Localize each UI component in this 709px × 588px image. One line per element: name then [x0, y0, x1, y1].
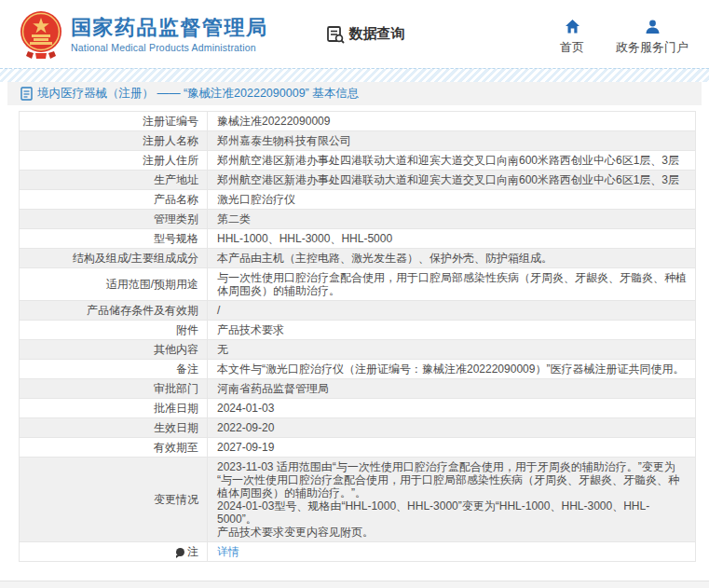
breadcrumb-bar: 境内医疗器械（注册） —— “豫械注准20222090009” 基本信息: [7, 82, 702, 105]
table-row: 管理类别第二类: [20, 210, 695, 229]
row-label: 生产地址: [20, 171, 208, 189]
row-value: 详情: [208, 542, 695, 561]
row-value: 本产品由主机（主控电路、激光发生器）、保护外壳、防护箱组成。: [208, 249, 695, 267]
row-value: 豫械注准20222090009: [208, 112, 695, 130]
table-row: 生效日期2022-09-20: [20, 418, 695, 438]
change-line: 2024-01-03型号、规格由“HHL-1000、HHL-3000”变更为“H…: [217, 499, 688, 526]
table-row: 审批部门河南省药品监督管理局: [20, 379, 695, 399]
row-value: 无: [208, 340, 695, 359]
change-line: 产品技术要求变更内容见附页。: [217, 526, 688, 539]
row-value: 激光口腔治疗仪: [208, 190, 695, 209]
detail-link[interactable]: 详情: [217, 544, 239, 560]
row-value: HHL-1000、HHL-3000、HHL-5000: [208, 229, 695, 248]
china-national-emblem-icon: [19, 10, 63, 59]
table-row: 批准日期2024-01-03: [20, 399, 695, 418]
row-label: 注册证编号: [20, 112, 208, 130]
row-label: 管理类别: [20, 210, 208, 228]
table-row: 适用范围/预期用途与一次性使用口腔治疗盒配合使用，用于口腔局部感染性疾病（牙周炎…: [20, 268, 695, 301]
row-label: 批准日期: [20, 399, 208, 417]
row-value: 河南省药品监督管理局: [208, 379, 695, 398]
row-label: 有效期至: [20, 438, 208, 457]
row-label: 结构及组成/主要组成成分: [20, 249, 208, 267]
nav-portal-label: 政务服务门户: [616, 39, 689, 56]
nav-portal[interactable]: 政务服务门户: [616, 19, 689, 56]
home-icon: [565, 19, 580, 34]
change-line: 2023-11-03 适用范围由“与一次性使用口腔治疗盒配合使用，用于牙周炎的辅…: [217, 460, 688, 499]
nav-home-label: 首页: [560, 39, 584, 56]
table-row: 附件产品技术要求: [20, 321, 695, 340]
row-value: 产品技术要求: [208, 321, 695, 339]
row-value: 郑州航空港区新港办事处四港联动大道和迎宾大道交叉口向南600米路西创业中心6区1…: [208, 171, 695, 189]
table-row: 结构及组成/主要组成成分本产品由主机（主控电路、激光发生器）、保护外壳、防护箱组…: [20, 249, 695, 268]
footer-strip: [0, 581, 709, 588]
row-label: 产品名称: [20, 190, 208, 209]
info-table: 注册证编号豫械注准20222090009 注册人名称郑州嘉泰生物科技有限公司 注…: [19, 111, 696, 562]
table-row: 变更情况 2023-11-03 适用范围由“与一次性使用口腔治疗盒配合使用，用于…: [20, 458, 695, 542]
table-row: 产品名称激光口腔治疗仪: [20, 190, 695, 210]
page-icon: [20, 87, 33, 101]
breadcrumb-text: 境内医疗器械（注册） —— “豫械注准20222090009” 基本信息: [37, 86, 359, 102]
note-icon: [176, 548, 184, 556]
row-value: 本文件与“激光口腔治疗仪（注册证编号：豫械注准20222090009）”医疗器械…: [208, 360, 695, 378]
hatched-divider: [0, 68, 709, 82]
table-row: 注 详情: [20, 542, 695, 562]
table-row: 备注本文件与“激光口腔治疗仪（注册证编号：豫械注准20222090009）”医疗…: [20, 360, 695, 379]
row-label: 注册人住所: [20, 151, 208, 170]
table-row: 型号规格HHL-1000、HHL-3000、HHL-5000: [20, 229, 695, 249]
data-query-button[interactable]: 数据查询: [326, 25, 405, 44]
row-value: 2024-01-03: [208, 399, 695, 417]
nav-home[interactable]: 首页: [560, 19, 584, 56]
nmpa-logo[interactable]: 国家药品监督管理局 National Medical Products Admi…: [19, 10, 268, 59]
row-value: 2027-09-19: [208, 438, 695, 457]
row-label: 注: [20, 542, 208, 561]
table-row: 生产地址郑州航空港区新港办事处四港联动大道和迎宾大道交叉口向南600米路西创业中…: [20, 171, 695, 190]
site-subtitle: National Medical Products Administration: [71, 42, 268, 53]
row-value: 第二类: [208, 210, 695, 228]
header: 国家药品监督管理局 National Medical Products Admi…: [0, 0, 709, 68]
row-label: 产品储存条件及有效期: [20, 301, 208, 320]
header-nav: 首页 政务服务门户: [560, 19, 689, 56]
row-label: 附件: [20, 321, 208, 339]
table-row: 其他内容无: [20, 340, 695, 360]
user-icon: [645, 19, 661, 34]
row-value: 与一次性使用口腔治疗盒配合使用，用于口腔局部感染性疾病（牙周炎、牙龈炎、牙髓炎、…: [208, 268, 695, 300]
row-value: 2023-11-03 适用范围由“与一次性使用口腔治疗盒配合使用，用于牙周炎的辅…: [208, 458, 695, 541]
row-label: 注册人名称: [20, 131, 208, 150]
row-label: 型号规格: [20, 229, 208, 248]
row-label: 变更情况: [20, 458, 208, 541]
document-search-icon: [326, 25, 345, 44]
table-row: 产品储存条件及有效期/: [20, 301, 695, 321]
data-query-label: 数据查询: [349, 25, 405, 43]
row-value: 2022-09-20: [208, 418, 695, 437]
row-label: 其他内容: [20, 340, 208, 359]
table-row: 注册人住所郑州航空港区新港办事处四港联动大道和迎宾大道交叉口向南600米路西创业…: [20, 151, 695, 171]
row-label: 适用范围/预期用途: [20, 268, 208, 300]
table-row: 有效期至2027-09-19: [20, 438, 695, 458]
row-label: 审批部门: [20, 379, 208, 398]
row-value: 郑州航空港区新港办事处四港联动大道和迎宾大道交叉口向南600米路西创业中心6区1…: [208, 151, 695, 170]
table-row: 注册人名称郑州嘉泰生物科技有限公司: [20, 131, 695, 151]
row-value: /: [208, 301, 695, 320]
row-label: 生效日期: [20, 418, 208, 437]
site-title: 国家药品监督管理局: [71, 16, 268, 40]
table-row: 注册证编号豫械注准20222090009: [20, 112, 695, 131]
row-label: 备注: [20, 360, 208, 378]
row-value: 郑州嘉泰生物科技有限公司: [208, 131, 695, 150]
